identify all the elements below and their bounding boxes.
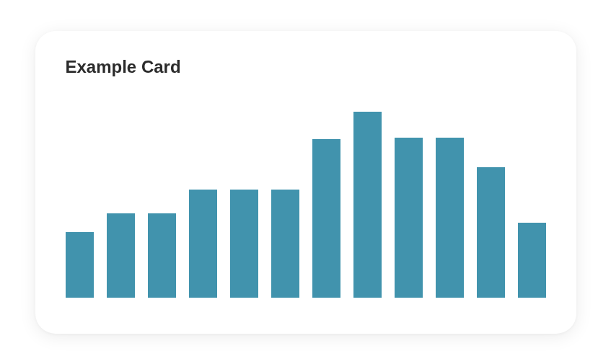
bar-3 [148,213,176,297]
card-title: Example Card [66,57,546,77]
bar-5 [230,190,258,298]
bar-4 [189,190,217,298]
bar-12 [518,223,546,297]
bar-9 [395,138,423,298]
bar-2 [107,213,135,297]
bar-1 [66,232,94,297]
bar-7 [312,139,340,297]
example-card: Example Card [35,31,576,334]
bar-11 [477,167,505,298]
bar-8 [353,112,382,298]
bar-10 [436,138,464,298]
bar-chart [66,83,546,298]
bar-6 [271,190,299,298]
